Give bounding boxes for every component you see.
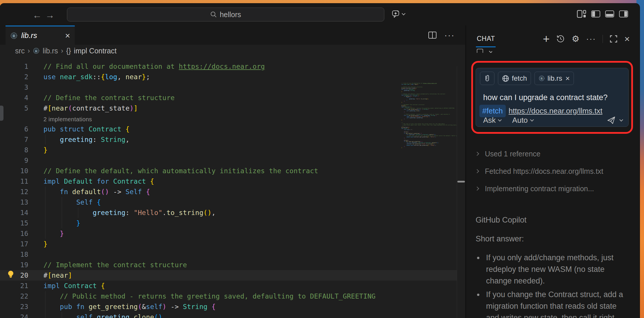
code-line[interactable]: 9	[0, 155, 457, 166]
code-line[interactable]: 14 greeting: "Hello".to_string(),	[0, 207, 457, 218]
line-number: 6	[0, 124, 28, 134]
code-line[interactable]: 8}	[0, 145, 457, 155]
code-line[interactable]: 11impl Default for Contract {	[0, 176, 457, 187]
line-number: 15	[0, 218, 28, 228]
editor-more-actions-icon[interactable]: ···	[444, 30, 455, 40]
line-number: 23	[0, 301, 28, 312]
history-icon[interactable]	[556, 35, 565, 43]
maximize-panel-icon[interactable]	[610, 35, 618, 43]
code-line[interactable]: 22 // Public method - returns the greeti…	[0, 291, 457, 301]
svg-text:R: R	[35, 49, 38, 53]
chat-answer-bullets: If you only add/change methods, just red…	[484, 252, 625, 318]
code-line[interactable]: 16 }	[0, 228, 457, 239]
code-editor[interactable]: 1// Find all our documentation at https:…	[0, 57, 465, 318]
chat-input-box[interactable]: fetch R lib.rs × how can I upgrade a con…	[476, 68, 629, 127]
line-number: 14	[0, 207, 28, 218]
chat-step[interactable]: Used 1 reference	[476, 145, 632, 162]
chat-step[interactable]: Fetched https://docs.near.org/llms.txt	[476, 162, 632, 180]
answer-bullet: If you only add/change methods, just red…	[484, 252, 625, 287]
chevron-right-icon	[475, 187, 479, 191]
mode-dropdown[interactable]: Ask	[483, 116, 501, 125]
line-number: 18	[0, 249, 28, 260]
answer-bullet: If you change the Contract struct, add a…	[484, 289, 625, 318]
back-icon[interactable]: ←	[31, 10, 43, 21]
code-line[interactable]: 21impl Contract {	[0, 281, 457, 291]
code-line[interactable]: 3	[0, 82, 457, 93]
new-chat-icon[interactable]: +	[543, 35, 550, 43]
svg-text:R: R	[541, 77, 543, 80]
send-options-chevron-icon[interactable]	[619, 118, 623, 122]
prompt-url-link[interactable]: https://docs.near.org/llms.txt	[509, 106, 603, 115]
chat-prompt-text[interactable]: how can I upgrade a contract state?	[483, 93, 607, 102]
forward-icon[interactable]: →	[44, 10, 56, 21]
toggle-primary-sidebar-icon[interactable]	[591, 10, 600, 17]
line-number: 12	[0, 187, 28, 197]
scrollbar-handle[interactable]	[457, 181, 465, 183]
code-line[interactable]: 12 fn default() -> Self {	[0, 187, 457, 197]
code-line[interactable]: 20#[near]	[0, 270, 457, 281]
code-line[interactable]: 10// Define the default, which automatic…	[0, 166, 457, 176]
line-number: 10	[0, 166, 28, 176]
tab-chat[interactable]: CHAT	[477, 35, 495, 43]
code-line[interactable]: 24 self.greeting.clone()	[0, 312, 457, 318]
lightbulb-icon[interactable]	[7, 270, 14, 279]
attach-context-button[interactable]	[480, 72, 494, 85]
sidebar-drag-handle[interactable]	[0, 106, 3, 121]
code-line[interactable]: 4// Define the contract structure	[0, 93, 457, 103]
close-panel-icon[interactable]: ×	[624, 35, 630, 43]
line-number: 17	[0, 239, 28, 249]
copilot-menu-button[interactable]	[391, 9, 405, 19]
settings-gear-icon[interactable]: ⚙	[572, 35, 579, 43]
breadcrumb-file[interactable]: lib.rs	[43, 47, 58, 55]
breadcrumb-src[interactable]: src	[15, 47, 25, 55]
breadcrumb[interactable]: src › R lib.rs › {} impl Contract	[0, 45, 465, 57]
chevron-right-icon	[475, 152, 479, 156]
model-dropdown[interactable]: Auto	[512, 116, 533, 125]
tab-title: lib.rs	[21, 31, 37, 40]
code-line[interactable]: 7 greeting: String,	[0, 134, 457, 145]
context-chip-file[interactable]: R lib.rs ×	[534, 72, 574, 85]
code-line[interactable]: 18	[0, 249, 457, 260]
line-number: 7	[0, 134, 28, 145]
code-line[interactable]: 5#[near(contract_state)]	[0, 103, 457, 113]
chat-panel: CHAT + ⚙ ··· ×	[466, 26, 640, 318]
title-bar: ← → hellors	[0, 3, 640, 26]
search-icon	[210, 11, 217, 18]
chevron-down-icon	[489, 49, 492, 53]
svg-text:R: R	[13, 34, 15, 38]
send-icon[interactable]	[607, 115, 616, 125]
line-number: 19	[0, 260, 28, 270]
tab-close-icon[interactable]: ×	[65, 31, 70, 40]
mode-label: Ask	[483, 116, 496, 125]
symbol-braces-icon: {}	[66, 47, 71, 55]
split-editor-icon[interactable]	[428, 31, 437, 39]
code-line[interactable]: 13 Self {	[0, 197, 457, 207]
chip-close-icon[interactable]: ×	[565, 74, 570, 83]
code-line[interactable]: 17}	[0, 239, 457, 249]
code-line[interactable]: 15 }	[0, 218, 457, 228]
toggle-panel-icon[interactable]	[605, 10, 614, 17]
tab-lib-rs[interactable]: R lib.rs ×	[6, 26, 75, 45]
chip-label: fetch	[512, 74, 527, 82]
chat-header: CHAT + ⚙ ··· ×	[466, 26, 640, 48]
chat-more-actions-icon[interactable]: ···	[586, 34, 596, 44]
codelens-implementations[interactable]: 2 implementations	[0, 113, 457, 124]
chat-step[interactable]: Implementing contract migration...	[476, 180, 632, 197]
context-chip-fetch[interactable]: fetch	[498, 72, 531, 85]
code-line[interactable]: 23 pub fn get_greeting(&self) -> String …	[0, 301, 457, 312]
breadcrumb-symbol[interactable]: impl Contract	[74, 47, 117, 55]
code-line[interactable]: 19// Implement the contract structure	[0, 260, 457, 270]
model-label: Auto	[512, 116, 528, 125]
code-line[interactable]: 2use near_sdk::{log, near};	[0, 72, 457, 82]
code-line[interactable]: 6pub struct Contract {	[0, 124, 457, 134]
editor-scrollbar[interactable]	[457, 66, 465, 318]
collapsed-request-toolbar	[477, 49, 492, 53]
line-number: 16	[0, 228, 28, 239]
line-number: 3	[0, 82, 28, 93]
toggle-secondary-sidebar-icon[interactable]	[619, 10, 628, 17]
line-number: 11	[0, 176, 28, 187]
code-line[interactable]: 1// Find all our documentation at https:…	[0, 61, 457, 72]
customize-layout-icon[interactable]	[577, 10, 586, 18]
command-center-search[interactable]: hellors	[67, 8, 384, 21]
minimap[interactable]: // Find all our documentation at https:/…	[401, 83, 457, 152]
